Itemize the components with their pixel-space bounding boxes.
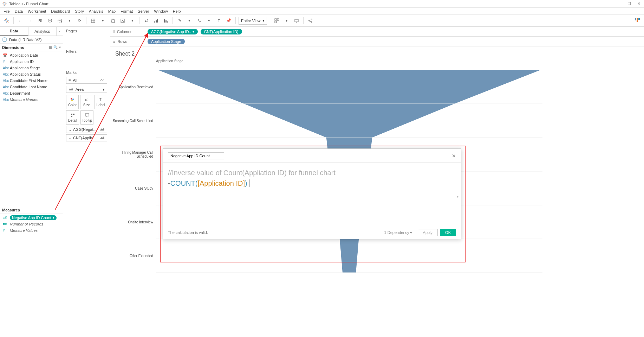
clear-sheet-icon[interactable] bbox=[119, 17, 126, 25]
menu-map[interactable]: Map bbox=[108, 9, 116, 13]
maximize-icon[interactable]: ☐ bbox=[627, 1, 631, 6]
mark-label-button[interactable]: TLabel bbox=[95, 95, 107, 109]
field-candidate-last-name[interactable]: AbcCandidate Last Name bbox=[0, 84, 63, 90]
tableau-start-icon[interactable] bbox=[3, 17, 11, 25]
close-window-icon[interactable]: ✕ bbox=[637, 1, 640, 6]
menu-file[interactable]: File bbox=[4, 9, 10, 13]
window-title: Tableau - Funnel Chart bbox=[9, 2, 48, 6]
menu-dashboard[interactable]: Dashboard bbox=[51, 9, 70, 13]
svg-rect-56 bbox=[71, 116, 72, 117]
svg-line-43 bbox=[310, 21, 311, 22]
menu-analysis[interactable]: Analysis bbox=[89, 9, 103, 13]
menu-story[interactable]: Story bbox=[75, 9, 84, 13]
field-application-stage[interactable]: AbcApplication Stage bbox=[0, 65, 63, 71]
dropdown-caret-icon[interactable]: ▾ bbox=[205, 18, 213, 23]
share-icon[interactable] bbox=[306, 17, 314, 25]
forward-icon[interactable]: → bbox=[26, 17, 34, 25]
svg-marker-59 bbox=[158, 70, 349, 104]
calc-name-input[interactable] bbox=[168, 152, 224, 159]
area-icon bbox=[69, 87, 73, 91]
mark-type-label: Area bbox=[76, 87, 84, 91]
svg-rect-26 bbox=[156, 20, 157, 23]
mark-tooltip-button[interactable]: Tooltip bbox=[80, 110, 93, 125]
duplicate-icon[interactable] bbox=[109, 17, 117, 25]
columns-shelf[interactable]: ⦀Columns AGG(Negative App ID..▾ CNT(Appl… bbox=[110, 27, 644, 37]
field-measure-values[interactable]: #Measure Values bbox=[0, 227, 63, 234]
dropdown-caret-icon[interactable]: ▾ bbox=[129, 18, 136, 23]
svg-point-14 bbox=[48, 19, 52, 20]
fit-selector[interactable]: Entire View ▾ bbox=[239, 17, 267, 25]
field-number-of-records[interactable]: =#Number of Records bbox=[0, 221, 63, 227]
calc-formula-editor[interactable]: //Inverse value of Count(Appliation ID) … bbox=[163, 163, 461, 226]
calc-comment: //Inverse value of Count(Appliation ID) … bbox=[168, 169, 336, 177]
ok-button[interactable]: OK bbox=[440, 229, 456, 236]
view-grid-icon[interactable]: ▦ bbox=[49, 45, 52, 49]
marks-all-row[interactable]: ≡ All bbox=[66, 77, 107, 84]
menu-format[interactable]: Format bbox=[121, 9, 133, 13]
dropdown-caret-icon[interactable]: ▾ bbox=[99, 18, 107, 23]
mark-size-button[interactable]: Size bbox=[80, 95, 93, 109]
minimize-icon[interactable]: — bbox=[617, 1, 621, 6]
marks-series-agg[interactable]: ⌄ AGG(Negat... bbox=[66, 126, 107, 133]
group-icon[interactable] bbox=[195, 17, 203, 25]
menu-worksheet[interactable]: Worksheet bbox=[28, 9, 46, 13]
show-me-icon[interactable] bbox=[633, 17, 641, 25]
sort-desc-icon[interactable] bbox=[162, 17, 170, 25]
field-candidate-first-name[interactable]: AbcCandidate First Name bbox=[0, 77, 63, 84]
pill-application-stage[interactable]: Application Stage bbox=[148, 39, 185, 44]
dropdown-caret-icon[interactable]: ▾ bbox=[283, 18, 291, 23]
sort-asc-icon[interactable] bbox=[152, 17, 160, 25]
row-label: Case Study bbox=[110, 171, 156, 205]
marks-card-title: Marks bbox=[66, 70, 107, 75]
show-cards-icon[interactable] bbox=[273, 17, 281, 25]
search-icon[interactable]: 🔍 bbox=[53, 45, 58, 49]
tab-data[interactable]: Data bbox=[0, 27, 28, 36]
dropdown-caret-icon[interactable]: ▾ bbox=[186, 18, 193, 23]
menu-window[interactable]: Window bbox=[154, 9, 168, 13]
refresh-icon[interactable]: ⟳ bbox=[76, 17, 83, 25]
field-measure-names[interactable]: AbcMeasure Names bbox=[0, 96, 63, 103]
field-application-status[interactable]: AbcApplication Status bbox=[0, 71, 63, 77]
tab-collapse-icon[interactable]: ‹ bbox=[57, 27, 63, 36]
calc-operator: - bbox=[168, 179, 170, 187]
svg-marker-62 bbox=[244, 104, 349, 138]
field-application-id[interactable]: #Application ID bbox=[0, 58, 63, 65]
expand-handle-icon[interactable]: ▸ bbox=[457, 194, 459, 199]
back-icon[interactable]: ← bbox=[17, 17, 24, 25]
new-data-source-icon[interactable] bbox=[46, 17, 54, 25]
pin-icon[interactable]: 📌 bbox=[225, 17, 233, 25]
dropdown-caret-icon[interactable]: ▾ bbox=[66, 18, 73, 23]
field-negative-app-id-count[interactable]: =# Negative App ID Count▾ bbox=[0, 215, 63, 221]
tab-analytics[interactable]: Analytics bbox=[28, 27, 57, 36]
data-source-item[interactable]: Data (HR Data V2) bbox=[0, 36, 63, 44]
pill-cnt-application[interactable]: CNT(Application ID) bbox=[201, 29, 242, 34]
menu-server[interactable]: Server bbox=[138, 9, 149, 13]
menu-data[interactable]: Data bbox=[15, 9, 23, 13]
highlight-icon[interactable]: ✎ bbox=[176, 17, 183, 25]
svg-rect-30 bbox=[167, 21, 168, 23]
show-labels-icon[interactable]: T bbox=[215, 17, 223, 25]
presentation-icon[interactable] bbox=[293, 17, 300, 25]
menu-icon[interactable]: ▾ bbox=[59, 45, 61, 49]
marks-series-cnt[interactable]: ⌄ CNT(Applic... bbox=[66, 134, 107, 141]
mark-type-selector[interactable]: Area ▾ bbox=[66, 86, 107, 93]
save-icon[interactable]: 🖫 bbox=[36, 17, 44, 25]
toolbar: ← → 🖫 ✕ ▾ ⟳ ▾ ▾ ⇄ ✎ ▾ ▾ T 📌 Entire View … bbox=[0, 15, 644, 27]
apply-button[interactable]: Apply bbox=[418, 229, 438, 236]
swap-icon[interactable]: ⇄ bbox=[142, 17, 150, 25]
rows-shelf[interactable]: ≡Rows Application Stage bbox=[110, 37, 644, 46]
menu-help[interactable]: Help bbox=[173, 9, 181, 13]
calc-dependencies[interactable]: 1 Dependency▾ bbox=[384, 230, 412, 235]
abc-icon: Abc bbox=[3, 91, 8, 95]
field-application-date[interactable]: 📅Application Date bbox=[0, 52, 63, 58]
pill-agg-negative[interactable]: AGG(Negative App ID..▾ bbox=[148, 29, 198, 34]
columns-icon: ⦀ bbox=[113, 29, 115, 34]
close-icon[interactable]: ✕ bbox=[452, 153, 456, 159]
svg-rect-57 bbox=[85, 114, 89, 116]
new-worksheet-icon[interactable] bbox=[89, 17, 97, 25]
abc-icon: Abc bbox=[3, 79, 8, 83]
mark-detail-button[interactable]: Detail bbox=[66, 110, 79, 125]
pause-updates-icon[interactable]: ✕ bbox=[56, 17, 64, 25]
mark-color-button[interactable]: Color bbox=[66, 95, 79, 109]
field-department[interactable]: AbcDepartment bbox=[0, 90, 63, 96]
